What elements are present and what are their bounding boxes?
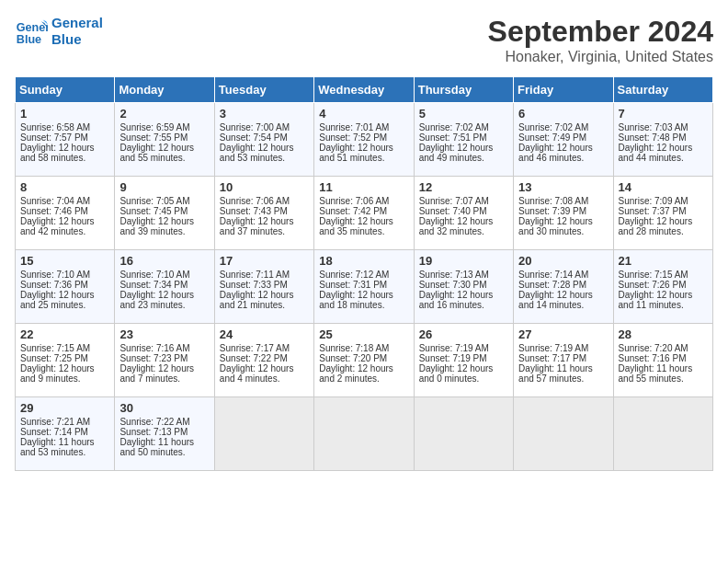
calendar-cell: 25Sunrise: 7:18 AMSunset: 7:20 PMDayligh… xyxy=(314,324,414,397)
cell-info-line: Sunset: 7:34 PM xyxy=(119,280,209,290)
logo-text-blue: Blue xyxy=(51,31,82,47)
calendar-cell: 7Sunrise: 7:03 AMSunset: 7:48 PMDaylight… xyxy=(613,103,712,177)
cell-info-line: Sunrise: 6:58 AM xyxy=(20,122,109,132)
day-number: 27 xyxy=(518,327,608,341)
cell-info-line: and 2 minutes. xyxy=(319,373,408,384)
calendar-week-4: 22Sunrise: 7:15 AMSunset: 7:25 PMDayligh… xyxy=(16,324,713,397)
cell-info-line: Sunrise: 7:15 AM xyxy=(619,270,708,280)
cell-info-line: Daylight: 12 hours xyxy=(319,143,408,153)
cell-info-line: Daylight: 12 hours xyxy=(518,216,608,226)
calendar-cell xyxy=(514,397,613,471)
cell-info-line: Daylight: 12 hours xyxy=(220,216,309,226)
calendar-cell xyxy=(613,397,712,471)
cell-info-line: Sunset: 7:55 PM xyxy=(119,132,209,143)
calendar-cell: 2Sunrise: 6:59 AMSunset: 7:55 PMDaylight… xyxy=(115,103,214,177)
calendar-cell: 11Sunrise: 7:06 AMSunset: 7:42 PMDayligh… xyxy=(314,177,414,250)
calendar-week-3: 15Sunrise: 7:10 AMSunset: 7:36 PMDayligh… xyxy=(16,250,713,324)
cell-info-line: Sunrise: 7:05 AM xyxy=(119,196,209,206)
cell-info-line: Sunrise: 7:18 AM xyxy=(319,343,408,353)
day-number: 29 xyxy=(20,401,109,415)
cell-info-line: Sunset: 7:20 PM xyxy=(319,353,408,363)
cell-info-line: Daylight: 12 hours xyxy=(619,143,708,153)
cell-info-line: Sunrise: 7:21 AM xyxy=(20,417,109,427)
page-header: General Blue General Blue September 2024… xyxy=(15,15,713,65)
cell-info-line: Sunrise: 7:02 AM xyxy=(518,122,608,132)
cell-info-line: and 51 minutes. xyxy=(319,153,408,163)
calendar-cell: 5Sunrise: 7:02 AMSunset: 7:51 PMDaylight… xyxy=(414,103,513,177)
cell-info-line: Sunset: 7:42 PM xyxy=(319,206,408,216)
page-title: September 2024 xyxy=(488,15,713,49)
cell-info-line: Daylight: 12 hours xyxy=(619,290,708,300)
cell-info-line: Sunset: 7:49 PM xyxy=(518,132,608,143)
cell-info-line: Sunrise: 7:06 AM xyxy=(319,196,408,206)
cell-info-line: Sunrise: 7:09 AM xyxy=(619,196,708,206)
day-number: 1 xyxy=(20,107,109,121)
cell-info-line: Sunrise: 7:06 AM xyxy=(220,196,309,206)
calendar-cell xyxy=(314,397,414,471)
day-number: 3 xyxy=(220,107,309,121)
cell-info-line: Daylight: 12 hours xyxy=(220,363,309,373)
cell-info-line: Sunset: 7:33 PM xyxy=(220,280,309,290)
cell-info-line: Sunrise: 7:19 AM xyxy=(419,343,508,353)
logo-text-general: General xyxy=(51,15,103,30)
day-number: 9 xyxy=(119,180,209,194)
cell-info-line: and 28 minutes. xyxy=(619,226,708,236)
day-number: 11 xyxy=(319,180,408,194)
cell-info-line: Sunset: 7:37 PM xyxy=(619,206,708,216)
cell-info-line: Sunset: 7:26 PM xyxy=(619,280,708,290)
calendar-cell: 18Sunrise: 7:12 AMSunset: 7:31 PMDayligh… xyxy=(314,250,414,324)
cell-info-line: Daylight: 12 hours xyxy=(119,290,209,300)
cell-info-line: Sunrise: 7:10 AM xyxy=(119,270,209,280)
page-subtitle: Honaker, Virginia, United States xyxy=(488,49,713,65)
day-number: 13 xyxy=(518,180,608,194)
calendar-table: SundayMondayTuesdayWednesdayThursdayFrid… xyxy=(15,76,713,471)
cell-info-line: Daylight: 12 hours xyxy=(518,290,608,300)
cell-info-line: and 30 minutes. xyxy=(518,226,608,236)
calendar-cell: 30Sunrise: 7:22 AMSunset: 7:13 PMDayligh… xyxy=(115,397,214,471)
day-number: 4 xyxy=(319,107,408,121)
cell-info-line: Daylight: 12 hours xyxy=(319,290,408,300)
title-area: September 2024 Honaker, Virginia, United… xyxy=(488,15,713,65)
calendar-cell: 16Sunrise: 7:10 AMSunset: 7:34 PMDayligh… xyxy=(115,250,214,324)
cell-info-line: Sunset: 7:45 PM xyxy=(119,206,209,216)
cell-info-line: Sunrise: 7:15 AM xyxy=(20,343,109,353)
cell-info-line: and 42 minutes. xyxy=(20,226,109,236)
cell-info-line: and 37 minutes. xyxy=(220,226,309,236)
cell-info-line: Sunset: 7:54 PM xyxy=(220,132,309,143)
cell-info-line: Sunset: 7:43 PM xyxy=(220,206,309,216)
cell-info-line: Sunset: 7:22 PM xyxy=(220,353,309,363)
cell-info-line: and 23 minutes. xyxy=(119,300,209,310)
calendar-cell: 4Sunrise: 7:01 AMSunset: 7:52 PMDaylight… xyxy=(314,103,414,177)
calendar-cell: 19Sunrise: 7:13 AMSunset: 7:30 PMDayligh… xyxy=(414,250,513,324)
cell-info-line: and 4 minutes. xyxy=(220,373,309,384)
calendar-cell: 12Sunrise: 7:07 AMSunset: 7:40 PMDayligh… xyxy=(414,177,513,250)
calendar-cell: 22Sunrise: 7:15 AMSunset: 7:25 PMDayligh… xyxy=(16,324,115,397)
cell-info-line: Sunset: 7:25 PM xyxy=(20,353,109,363)
calendar-cell: 21Sunrise: 7:15 AMSunset: 7:26 PMDayligh… xyxy=(613,250,712,324)
cell-info-line: and 53 minutes. xyxy=(20,447,109,457)
cell-info-line: and 55 minutes. xyxy=(619,373,708,384)
logo-icon: General Blue xyxy=(15,15,48,48)
day-header-saturday: Saturday xyxy=(613,77,712,103)
cell-info-line: Sunrise: 7:20 AM xyxy=(619,343,708,353)
day-header-sunday: Sunday xyxy=(16,77,115,103)
cell-info-line: Daylight: 11 hours xyxy=(518,363,608,373)
cell-info-line: Daylight: 12 hours xyxy=(20,143,109,153)
day-header-friday: Friday xyxy=(514,77,613,103)
day-number: 18 xyxy=(319,254,408,268)
calendar-cell: 9Sunrise: 7:05 AMSunset: 7:45 PMDaylight… xyxy=(115,177,214,250)
cell-info-line: Daylight: 12 hours xyxy=(319,363,408,373)
day-number: 17 xyxy=(220,254,309,268)
cell-info-line: Sunset: 7:23 PM xyxy=(119,353,209,363)
calendar-cell: 24Sunrise: 7:17 AMSunset: 7:22 PMDayligh… xyxy=(214,324,313,397)
cell-info-line: Daylight: 12 hours xyxy=(20,363,109,373)
calendar-header-row: SundayMondayTuesdayWednesdayThursdayFrid… xyxy=(16,77,713,103)
calendar-cell: 28Sunrise: 7:20 AMSunset: 7:16 PMDayligh… xyxy=(613,324,712,397)
cell-info-line: and 18 minutes. xyxy=(319,300,408,310)
calendar-cell: 17Sunrise: 7:11 AMSunset: 7:33 PMDayligh… xyxy=(214,250,313,324)
calendar-week-2: 8Sunrise: 7:04 AMSunset: 7:46 PMDaylight… xyxy=(16,177,713,250)
cell-info-line: Sunrise: 6:59 AM xyxy=(119,122,209,132)
cell-info-line: and 7 minutes. xyxy=(119,373,209,384)
cell-info-line: Sunrise: 7:07 AM xyxy=(419,196,508,206)
cell-info-line: Sunset: 7:19 PM xyxy=(419,353,508,363)
